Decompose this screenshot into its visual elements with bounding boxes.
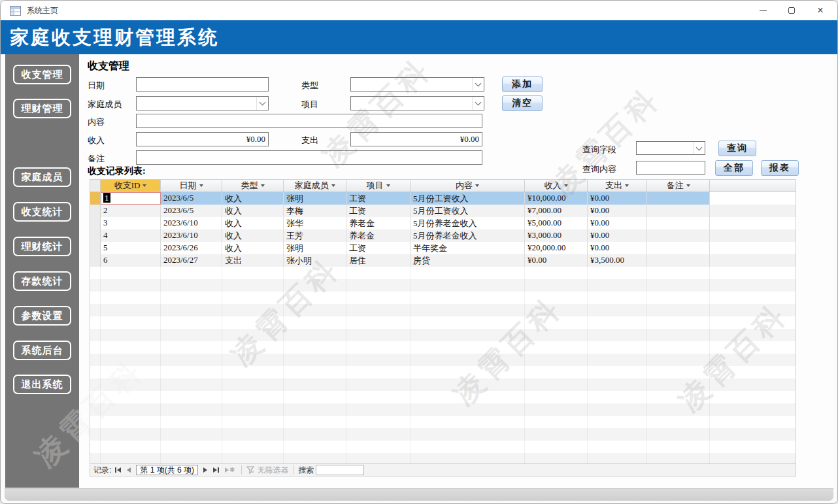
table-row[interactable]: 2 2023/6/5 收入 李梅 工资 5月份工资收入 ¥7,000.00 ¥0… [90, 205, 796, 217]
cell-id[interactable]: 1 [101, 192, 161, 205]
last-record-button[interactable] [211, 467, 221, 473]
triangle-down-icon[interactable] [142, 184, 146, 187]
table-row[interactable]: 1 2023/6/5 收入 张明 工资 5月份工资收入 ¥10,000.00 ¥… [90, 192, 796, 205]
sidebar-item-parameters[interactable]: 参数设置 [13, 306, 71, 326]
table-row[interactable]: 5 2023/6/26 收入 张明 工资 半年奖金 ¥20,000.00 ¥0.… [90, 242, 796, 254]
column-header-item[interactable]: 项目 [346, 180, 411, 192]
cell-content[interactable]: 5月份养老金收入 [411, 217, 525, 229]
first-record-button[interactable] [113, 467, 123, 473]
cell-income[interactable]: ¥0.00 [525, 254, 588, 267]
cell-id[interactable]: 3 [101, 217, 161, 229]
cell-type[interactable]: 支出 [222, 254, 284, 267]
chevron-down-icon[interactable] [472, 97, 484, 110]
cell-item[interactable]: 居住 [346, 254, 411, 267]
clear-button[interactable]: 清空 [502, 95, 543, 111]
sidebar-item-income-stats[interactable]: 收支统计 [13, 202, 71, 222]
cell-member[interactable]: 张明 [284, 242, 346, 254]
cell-date[interactable]: 2023/6/5 [161, 205, 222, 217]
cell-member[interactable]: 张华 [284, 217, 346, 229]
cell-note[interactable] [647, 254, 710, 267]
column-header-id[interactable]: 收支ID [101, 180, 161, 192]
cell-content[interactable]: 5月份工资收入 [411, 192, 525, 205]
cell-income[interactable]: ¥3,000.00 [525, 229, 588, 242]
row-selector[interactable] [90, 205, 101, 217]
triangle-down-icon[interactable] [475, 184, 479, 187]
cell-type[interactable]: 收入 [222, 205, 284, 217]
cell-content[interactable]: 5月份工资收入 [411, 205, 525, 217]
date-input[interactable] [136, 77, 269, 92]
column-header-type[interactable]: 类型 [222, 180, 284, 192]
cell-date[interactable]: 2023/6/10 [161, 229, 222, 242]
cell-income[interactable]: ¥5,000.00 [525, 217, 588, 229]
expense-input[interactable] [350, 132, 482, 146]
cell-item[interactable]: 工资 [346, 242, 411, 254]
sidebar-item-income-expense[interactable]: 收支管理 [13, 65, 71, 84]
cell-expense[interactable]: ¥0.00 [588, 229, 647, 242]
maximize-button[interactable] [777, 1, 806, 20]
cell-expense[interactable]: ¥0.00 [588, 242, 647, 254]
cell-id[interactable]: 4 [101, 229, 161, 242]
cell-type[interactable]: 收入 [222, 242, 284, 254]
cell-id[interactable]: 2 [101, 205, 161, 217]
minimize-button[interactable] [748, 1, 777, 20]
close-button[interactable]: × [806, 1, 835, 20]
triangle-down-icon[interactable] [331, 184, 335, 187]
table-row[interactable]: 3 2023/6/10 收入 张华 养老金 5月份养老金收入 ¥5,000.00… [90, 217, 796, 229]
column-header-expense[interactable]: 支出 [588, 180, 647, 192]
query-field-combobox[interactable] [636, 141, 705, 155]
cell-note[interactable] [647, 217, 710, 229]
all-button[interactable]: 全部 [715, 160, 753, 176]
column-header-content[interactable]: 内容 [411, 180, 525, 192]
column-header-date[interactable]: 日期 [161, 180, 222, 192]
cell-income[interactable]: ¥20,000.00 [525, 242, 588, 254]
sidebar-item-family-members[interactable]: 家庭成员 [13, 167, 71, 187]
filter-status[interactable]: 无筛选器 [246, 465, 288, 476]
row-selector[interactable] [90, 229, 101, 242]
sidebar-item-finance[interactable]: 理财管理 [13, 99, 71, 118]
triangle-down-icon[interactable] [199, 184, 203, 187]
cell-expense[interactable]: ¥0.00 [588, 192, 647, 205]
cell-note[interactable] [647, 242, 710, 254]
cell-id[interactable]: 6 [101, 254, 161, 267]
cell-income[interactable]: ¥10,000.00 [525, 192, 588, 205]
cell-member[interactable]: 李梅 [284, 205, 346, 217]
item-combobox[interactable] [350, 96, 484, 110]
cell-content[interactable]: 房贷 [411, 254, 525, 267]
member-combobox[interactable] [136, 96, 269, 110]
record-search-input[interactable] [316, 465, 364, 475]
cell-type[interactable]: 收入 [222, 217, 284, 229]
sidebar-item-finance-stats[interactable]: 理财统计 [13, 237, 71, 256]
cell-date[interactable]: 2023/6/5 [161, 192, 222, 205]
column-header-income[interactable]: 收入 [525, 180, 588, 192]
cell-date[interactable]: 2023/6/10 [161, 217, 222, 229]
column-header-member[interactable]: 家庭成员 [284, 180, 346, 192]
previous-record-button[interactable] [125, 467, 133, 473]
query-button[interactable]: 查询 [718, 141, 756, 156]
cell-member[interactable]: 张明 [284, 192, 346, 205]
cell-content[interactable]: 5月份养老金收入 [411, 229, 525, 242]
sidebar-item-exit[interactable]: 退出系统 [13, 375, 71, 394]
cell-expense[interactable]: ¥3,500.00 [588, 254, 647, 267]
query-content-input[interactable] [636, 161, 705, 175]
select-all-corner[interactable] [90, 180, 101, 192]
row-selector[interactable] [90, 254, 101, 267]
report-button[interactable]: 报表 [761, 160, 799, 176]
triangle-down-icon[interactable] [261, 184, 265, 187]
type-combobox[interactable] [350, 77, 484, 92]
income-input[interactable] [136, 132, 269, 146]
cell-date[interactable]: 2023/6/26 [161, 242, 222, 254]
note-input[interactable] [136, 150, 482, 165]
cell-content[interactable]: 半年奖金 [411, 242, 525, 254]
bottom-scroll-strip[interactable] [5, 488, 833, 501]
sidebar-item-deposit-stats[interactable]: 存款统计 [13, 271, 71, 291]
column-header-note[interactable]: 备注 [647, 180, 710, 192]
row-selector[interactable] [90, 217, 101, 229]
cell-type[interactable]: 收入 [222, 229, 284, 242]
cell-type[interactable]: 收入 [222, 192, 284, 205]
cell-date[interactable]: 2023/6/27 [161, 254, 222, 267]
cell-note[interactable] [647, 205, 710, 217]
triangle-down-icon[interactable] [564, 184, 568, 187]
cell-expense[interactable]: ¥0.00 [588, 217, 647, 229]
triangle-down-icon[interactable] [686, 184, 690, 187]
cell-item[interactable]: 工资 [346, 205, 411, 217]
